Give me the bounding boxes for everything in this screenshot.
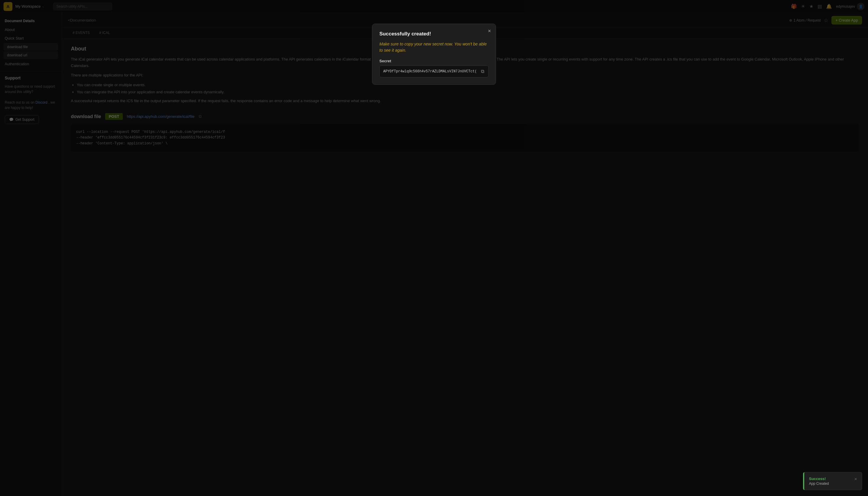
toast-notification: Success! App Created × xyxy=(803,472,862,490)
toast-content: Success! App Created xyxy=(809,477,851,486)
toast-message: App Created xyxy=(809,482,851,486)
modal-overlay: Successfully created! × Make sure to cop… xyxy=(0,0,868,496)
toast-title: Success! xyxy=(809,477,851,481)
copy-secret-button[interactable]: ⧉ xyxy=(480,68,485,75)
toast-close-button[interactable]: × xyxy=(854,477,857,482)
modal-warning: Make sure to copy your new secret now. Y… xyxy=(379,41,489,53)
success-modal: Successfully created! × Make sure to cop… xyxy=(372,24,496,85)
secret-label: Secret xyxy=(379,59,489,63)
secret-row: APYOfTpr4wlq9c566h4v57rAZLDMALsVIN7JnUVC… xyxy=(379,65,489,77)
secret-value: APYOfTpr4wlq9c566h4v57rAZLDMALsVIN7JnUVC… xyxy=(383,69,478,74)
modal-close-button[interactable]: × xyxy=(488,28,491,34)
modal-title: Successfully created! xyxy=(379,31,489,37)
